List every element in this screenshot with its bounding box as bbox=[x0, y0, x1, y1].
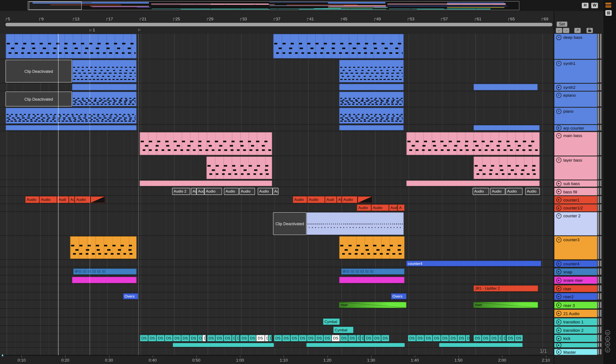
midi-clip[interactable] bbox=[5, 34, 137, 59]
clip[interactable]: DS bbox=[332, 335, 340, 341]
track-fold-icon[interactable]: ▶ bbox=[556, 328, 561, 333]
track-header-counter4[interactable]: ▶counter4 bbox=[554, 260, 597, 267]
menu-icon[interactable] bbox=[605, 3, 611, 8]
track-lane-bass-fill[interactable]: Audio 2AuAudAudioAudioAudioAudioAuAudioA… bbox=[0, 188, 553, 196]
clip[interactable]: JR1 - Uplifter 2 bbox=[473, 285, 538, 292]
clip[interactable]: DS bbox=[165, 335, 173, 341]
clip[interactable]: Audio bbox=[473, 188, 489, 195]
horizontal-scrollbar[interactable] bbox=[5, 23, 552, 26]
clip[interactable]: riser bbox=[339, 302, 407, 308]
track-header-snap[interactable]: ▶snap bbox=[554, 268, 597, 275]
midi-clip[interactable] bbox=[339, 60, 404, 82]
track-fold-icon[interactable]: ▶ bbox=[556, 125, 561, 130]
clip[interactable]: D bbox=[360, 335, 364, 341]
clip[interactable]: Audio bbox=[505, 188, 522, 195]
track-fold-icon[interactable]: ▶ bbox=[556, 278, 561, 283]
clip[interactable]: DS bbox=[348, 335, 357, 341]
midi-clip[interactable] bbox=[70, 236, 137, 259]
clip[interactable]: Audio bbox=[371, 204, 389, 211]
clip[interactable]: DS bbox=[323, 335, 332, 341]
track-header-layer-bass[interactable]: ▼layer bass bbox=[554, 156, 597, 180]
clip[interactable] bbox=[439, 343, 523, 347]
clip[interactable]: DS bbox=[373, 335, 381, 341]
clip[interactable]: DS bbox=[441, 335, 449, 341]
track-lane-kick[interactable]: DSDSDSDSDSDSDSDDDSDSDSDDDSDSDSDDDSDSDSDS… bbox=[0, 335, 553, 342]
clip[interactable]: D bbox=[356, 335, 360, 341]
track-grab-handle[interactable] bbox=[598, 260, 602, 266]
clip[interactable]: DS bbox=[181, 335, 189, 341]
track-fold-icon[interactable]: ▶ bbox=[556, 286, 561, 291]
track-lane-master[interactable] bbox=[0, 349, 553, 355]
track-unfold-icon[interactable]: ▼ bbox=[556, 213, 561, 218]
track-header-epiano[interactable]: ▼epiano bbox=[554, 92, 597, 107]
clip[interactable]: DS bbox=[189, 335, 198, 341]
track-grab-handle[interactable] bbox=[598, 310, 602, 317]
panel-toggle-button[interactable] bbox=[605, 10, 612, 16]
midi-clip[interactable] bbox=[339, 92, 404, 106]
clip[interactable]: Audio bbox=[490, 188, 505, 195]
clip[interactable] bbox=[473, 84, 538, 90]
clip[interactable]: D bbox=[502, 335, 506, 341]
clip[interactable] bbox=[339, 277, 405, 283]
clip[interactable]: DS bbox=[274, 335, 282, 341]
midi-clip[interactable] bbox=[339, 236, 405, 259]
zoom-arrow-button[interactable]: ↗ bbox=[574, 28, 581, 33]
section-toggle-d[interactable]: D bbox=[605, 347, 610, 352]
track-lane-deep-bass[interactable] bbox=[0, 34, 553, 59]
nav-right-button[interactable]: → bbox=[563, 28, 569, 33]
lock-button[interactable] bbox=[587, 28, 593, 33]
track-fold-icon[interactable]: ▶ bbox=[556, 205, 561, 210]
track-header-transition-1[interactable]: ▶transition 1 bbox=[554, 318, 597, 325]
clip[interactable] bbox=[72, 277, 137, 283]
track-lane-piano[interactable] bbox=[0, 108, 553, 125]
clip[interactable] bbox=[72, 84, 137, 90]
track-lane-counter1[interactable]: AudioAudioAudiAuAudioAudioAudioAudiAuAud… bbox=[0, 196, 553, 204]
track-header-arp-counter[interactable]: ▶arp counter bbox=[554, 125, 597, 131]
track-header-master[interactable]: ▶Master bbox=[554, 349, 597, 355]
clip[interactable]: Audio bbox=[25, 196, 39, 203]
midi-clip[interactable] bbox=[206, 156, 272, 179]
h-button[interactable]: H bbox=[582, 3, 588, 8]
clip[interactable]: D bbox=[236, 335, 240, 341]
track-unfold-icon[interactable]: ▼ bbox=[556, 158, 561, 163]
track-grab-handle[interactable] bbox=[598, 277, 602, 283]
track-unfold-icon[interactable]: ▼ bbox=[556, 133, 561, 138]
clip[interactable]: Audio bbox=[307, 196, 325, 203]
track-header-synth1[interactable]: ▼synth1 bbox=[554, 60, 597, 83]
clip[interactable]: D bbox=[498, 335, 502, 341]
track-lane-counter1-2[interactable]: AudioAudioAudiA bbox=[0, 204, 553, 212]
track-lane-synth2[interactable] bbox=[0, 84, 553, 91]
clip[interactable] bbox=[406, 181, 540, 186]
track-grab-handle[interactable] bbox=[598, 285, 602, 292]
clip[interactable]: D bbox=[202, 335, 206, 341]
clip[interactable]: Aud bbox=[196, 188, 204, 195]
clip[interactable]: Cymbal bbox=[333, 326, 354, 333]
clip[interactable]: Audio bbox=[224, 188, 239, 195]
clip[interactable]: Au bbox=[273, 188, 279, 195]
clip[interactable]: DS bbox=[207, 335, 215, 341]
arrangement-overview[interactable] bbox=[27, 1, 519, 10]
clip[interactable] bbox=[140, 181, 272, 186]
w-button[interactable]: W bbox=[591, 3, 598, 8]
track-header-riser-3[interactable]: ▶riser 3 bbox=[554, 302, 597, 308]
track-fold-icon[interactable]: ▶ bbox=[556, 336, 561, 341]
clip[interactable]: DS bbox=[365, 335, 373, 341]
clip[interactable]: Clip Deactivated bbox=[5, 60, 72, 82]
clip[interactable]: Audio 2 bbox=[172, 188, 190, 195]
time-ruler[interactable]: 0:100:200:300:400:501:001:101:201:301:40… bbox=[0, 355, 553, 364]
track-header-snare-riser[interactable]: ▶snare riser bbox=[554, 277, 597, 284]
midi-clip[interactable] bbox=[5, 108, 137, 124]
playhead[interactable] bbox=[58, 34, 59, 355]
track-header-synth2[interactable]: ▶synth2 bbox=[554, 84, 597, 91]
clip[interactable]: Overs bbox=[123, 293, 138, 299]
track-header-counter1-2[interactable]: ▶counter1/2 bbox=[554, 204, 597, 211]
track-grab-handle[interactable] bbox=[598, 212, 602, 235]
clip[interactable]: DS bbox=[416, 335, 424, 341]
clip[interactable]: DS bbox=[307, 335, 315, 341]
track-unfold-icon[interactable]: ▼ bbox=[556, 61, 561, 66]
track-grab-handle[interactable] bbox=[598, 156, 602, 179]
track-lane-riser-3[interactable]: riserriser bbox=[0, 302, 553, 309]
track-header-21-audio[interactable]: ▶21 Audio bbox=[554, 310, 597, 317]
clip[interactable]: DS bbox=[490, 335, 498, 341]
track-grab-handle[interactable] bbox=[598, 318, 602, 325]
